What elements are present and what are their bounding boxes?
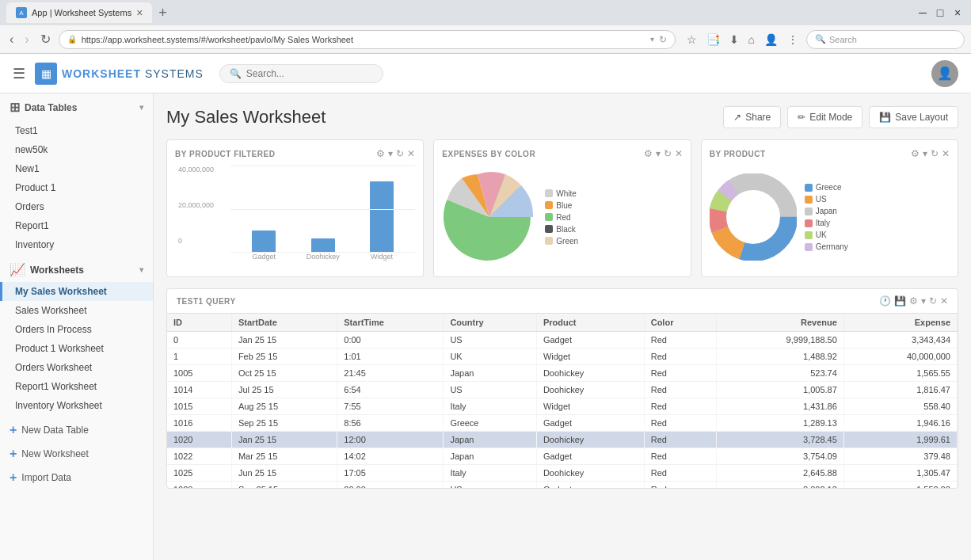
sidebar-item-inventory-worksheet[interactable]: Inventory Worksheet (0, 396, 153, 415)
save-layout-btn[interactable]: 💾 Save Layout (869, 106, 958, 128)
share-btn[interactable]: ↗ Share (723, 106, 781, 128)
sidebar-item-product1-worksheet[interactable]: Product 1 Worksheet (0, 339, 153, 358)
cell-revenue: 3,728.45 (716, 432, 843, 448)
cell-starttime: 6:54 (337, 382, 444, 398)
browser-tab[interactable]: A App | Worksheet Systems × (6, 2, 152, 23)
sidebar-item-orders-in-process[interactable]: Orders In Process (0, 320, 153, 339)
table-clock-btn[interactable]: 🕐 (879, 295, 891, 307)
table-row[interactable]: 1005 Oct 25 15 21:45 Japan Doohickey Red… (167, 365, 958, 382)
legend-italy: Italy (805, 219, 848, 227)
sidebar-item-orders-worksheet[interactable]: Orders Worksheet (0, 358, 153, 377)
table-row[interactable]: 0 Jan 25 15 0:00 US Gadget Red 9,999,188… (167, 332, 958, 349)
cell-country: UK (444, 349, 537, 365)
address-dropdown-icon[interactable]: ▾ (650, 35, 654, 44)
by-product-close-btn[interactable]: ✕ (942, 148, 950, 159)
legend-black: Black (545, 225, 578, 234)
cell-startdate: Jul 25 15 (231, 382, 337, 398)
cell-id: 1005 (167, 365, 231, 382)
table-row[interactable]: 1022 Mar 25 15 14:02 Japan Gadget Red 3,… (167, 448, 958, 465)
cell-expense: 558.40 (843, 398, 957, 415)
table-row[interactable]: 1014 Jul 25 15 6:54 US Doohickey Red 1,0… (167, 382, 958, 398)
table-save-btn[interactable]: 💾 (894, 295, 906, 307)
new-worksheet-btn[interactable]: + New Worksheet (0, 442, 153, 466)
new-tab-btn[interactable]: + (158, 6, 167, 20)
browser-search-bar[interactable]: 🔍 Search (806, 30, 965, 49)
content-area: My Sales Worksheet ↗ Share ✏ Edit Mode 💾… (154, 93, 971, 560)
col-header-startdate: StartDate (231, 314, 337, 332)
sidebar-data-tables-header[interactable]: ⊞ Data Tables ▾ (0, 93, 153, 121)
new-data-table-btn[interactable]: + New Data Table (0, 418, 153, 442)
back-btn[interactable]: ‹ (6, 31, 17, 48)
page-title: My Sales Worksheet (166, 107, 326, 128)
table-row[interactable]: 1028 Sep 25 15 20:08 US Gadget Red 3,302… (167, 482, 958, 489)
legend-dot-greece (805, 184, 813, 192)
table-row[interactable]: 1 Feb 25 15 1:01 UK Widget Red 1,488.92 … (167, 349, 958, 365)
chart-expenses-by-color: EXPENSES BY COLOR ⚙ ▾ ↻ ✕ (433, 139, 691, 277)
cell-startdate: Oct 25 15 (231, 365, 337, 382)
sidebar-item-new1[interactable]: New1 (0, 159, 153, 178)
table-row[interactable]: 1016 Sep 25 15 8:56 Greece Gadget Red 1,… (167, 415, 958, 432)
table-refresh-btn[interactable]: ↻ (929, 295, 937, 307)
sidebar-item-product1[interactable]: Product 1 (0, 178, 153, 197)
more-btn[interactable]: ⋮ (784, 32, 802, 48)
col-header-revenue: Revenue (716, 314, 843, 332)
search-icon: 🔍 (815, 34, 826, 44)
refresh-btn[interactable]: ↻ (37, 30, 54, 48)
forward-btn[interactable]: › (21, 31, 32, 48)
sidebar-item-sales-worksheet[interactable]: Sales Worksheet (0, 301, 153, 320)
table-row[interactable]: 1020 Jan 25 15 12:00 Japan Doohickey Red… (167, 432, 958, 448)
browser-chrome: A App | Worksheet Systems × + ─ □ × ‹ › … (0, 0, 971, 54)
chart-refresh-btn[interactable]: ↻ (396, 148, 404, 159)
cell-starttime: 21:45 (337, 365, 444, 382)
import-data-btn[interactable]: + Import Data (0, 466, 153, 490)
sidebar-item-report1[interactable]: Report1 (0, 216, 153, 235)
tab-close-btn[interactable]: × (136, 6, 143, 19)
expenses-collapse-btn[interactable]: ▾ (656, 148, 661, 159)
by-product-refresh-btn[interactable]: ↻ (931, 148, 939, 159)
table-row[interactable]: 1015 Aug 25 15 7:55 Italy Widget Red 1,4… (167, 398, 958, 415)
user-avatar[interactable]: 👤 (931, 60, 958, 87)
chart-settings-btn[interactable]: ⚙ (376, 148, 385, 159)
expenses-refresh-btn[interactable]: ↻ (664, 148, 672, 159)
bookmark-list-btn[interactable]: 📑 (703, 32, 723, 48)
maximize-btn[interactable]: □ (933, 6, 947, 20)
sidebar-item-orders[interactable]: Orders (0, 197, 153, 216)
expenses-close-btn[interactable]: ✕ (675, 148, 683, 159)
hamburger-menu-btn[interactable]: ☰ (13, 65, 25, 82)
sidebar-item-inventory[interactable]: Inventory (0, 235, 153, 254)
donut-chart-area: Greece US Japan (710, 166, 950, 269)
address-refresh-icon[interactable]: ↻ (659, 34, 667, 45)
download-btn[interactable]: ⬇ (726, 32, 742, 48)
sidebar-item-my-sales-worksheet[interactable]: My Sales Worksheet (0, 282, 153, 301)
cell-revenue: 1,289.13 (716, 415, 843, 432)
chart-collapse-btn[interactable]: ▾ (388, 148, 393, 159)
cell-color: Red (644, 332, 716, 349)
chart-by-product: BY PRODUCT ⚙ ▾ ↻ ✕ (701, 139, 958, 277)
sidebar-item-test1[interactable]: Test1 (0, 121, 153, 140)
table-settings-btn[interactable]: ⚙ (909, 295, 918, 307)
expenses-settings-btn[interactable]: ⚙ (644, 148, 653, 159)
table-row[interactable]: 1025 Jun 25 15 17:05 Italy Doohickey Red… (167, 465, 958, 482)
app-search-bar[interactable]: 🔍 (219, 64, 383, 83)
table-scroll-area[interactable]: ID StartDate StartTime Country Product C… (167, 314, 958, 488)
address-bar[interactable]: 🔒 https://app.worksheet.systems/#/worksh… (59, 30, 676, 49)
bookmark-star-btn[interactable]: ☆ (684, 32, 700, 48)
close-btn[interactable]: × (950, 6, 965, 20)
by-product-collapse-btn[interactable]: ▾ (923, 148, 927, 159)
sidebar-worksheets-header[interactable]: 📈 Worksheets ▾ (0, 257, 153, 282)
app-search-input[interactable] (246, 68, 373, 79)
sidebar-item-new50k[interactable]: new50k (0, 140, 153, 159)
chart-close-btn[interactable]: ✕ (407, 148, 415, 159)
cell-id: 1020 (167, 432, 231, 448)
edit-mode-btn[interactable]: ✏ Edit Mode (787, 106, 862, 128)
col-header-color: Color (644, 314, 716, 332)
home-btn[interactable]: ⌂ (745, 32, 758, 48)
account-btn[interactable]: 👤 (761, 32, 781, 48)
minimize-btn[interactable]: ─ (916, 6, 930, 20)
table-collapse-btn[interactable]: ▾ (921, 295, 926, 307)
sidebar-item-report1-worksheet[interactable]: Report1 Worksheet (0, 377, 153, 396)
by-product-settings-btn[interactable]: ⚙ (911, 148, 920, 159)
cell-startdate: Feb 25 15 (231, 349, 337, 365)
table-close-btn[interactable]: ✕ (940, 295, 948, 307)
cell-product: Gadget (536, 482, 644, 489)
